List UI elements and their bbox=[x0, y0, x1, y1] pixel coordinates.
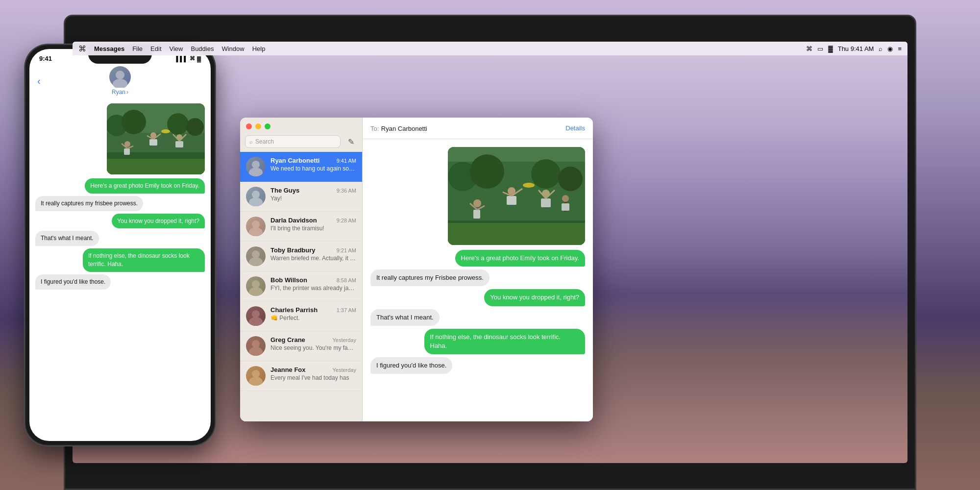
conv-name-charles: Charles Parrish bbox=[270, 306, 318, 314]
svg-point-0 bbox=[252, 161, 260, 169]
svg-point-12 bbox=[252, 340, 260, 348]
conv-content-bob: Bob Willson 8:58 AM FYI, the printer was… bbox=[270, 276, 356, 293]
svg-rect-69 bbox=[107, 159, 205, 174]
svg-point-51 bbox=[167, 113, 189, 135]
conversation-item-guys[interactable]: The Guys 9:36 AM Yay! bbox=[240, 182, 362, 212]
iphone-back-button[interactable]: ‹ bbox=[37, 75, 41, 87]
svg-point-6 bbox=[252, 250, 260, 258]
search-bar[interactable]: ⌕ Search bbox=[245, 135, 341, 148]
conv-time-greg: Yesterday bbox=[332, 337, 356, 343]
compose-button[interactable]: ✎ bbox=[344, 135, 357, 148]
svg-point-4 bbox=[252, 220, 260, 228]
iphone-message-6: I figured you'd like those. bbox=[35, 274, 111, 290]
close-button[interactable] bbox=[246, 123, 252, 129]
avatar-bob bbox=[246, 276, 266, 296]
iphone-message-3: You know you dropped it, right? bbox=[112, 214, 205, 229]
iphone-wifi-icon: ⌘ bbox=[190, 55, 195, 62]
avatar-toby bbox=[246, 246, 266, 266]
conv-time-guys: 9:36 AM bbox=[337, 188, 356, 194]
chat-area: To: Ryan Carbonetti Details bbox=[363, 118, 593, 421]
conv-content-jeanne: Jeanne Fox Yesterday Every meal I've had… bbox=[270, 366, 356, 382]
svg-point-52 bbox=[186, 118, 204, 136]
message-bubble-2: It really captures my Frisbee prowess. bbox=[370, 270, 490, 286]
iphone-frisbee-image bbox=[107, 103, 205, 174]
svg-rect-65 bbox=[175, 141, 183, 147]
conversation-item-jeanne[interactable]: Jeanne Fox Yesterday Every meal I've had… bbox=[240, 361, 362, 391]
conv-preview-bob: FYI, the printer was already jammed when… bbox=[270, 285, 356, 293]
svg-rect-42 bbox=[562, 203, 569, 211]
conv-name-jeanne: Jeanne Fox bbox=[270, 366, 306, 373]
message-bubble-4: That's what I meant. bbox=[370, 309, 440, 326]
svg-point-22 bbox=[531, 159, 561, 189]
avatar-darla bbox=[246, 217, 266, 236]
conv-time-charles: 1:37 AM bbox=[337, 307, 356, 313]
menu-bar-time: Thu 9:41 AM bbox=[838, 45, 874, 52]
siri-icon[interactable]: ◉ bbox=[887, 45, 893, 52]
menu-view[interactable]: View bbox=[170, 45, 183, 52]
message-bubble-1: Here's a great photo Emily took on Frida… bbox=[455, 250, 585, 267]
avatar-guys bbox=[246, 187, 266, 206]
iphone-contact-avatar bbox=[109, 66, 131, 88]
avatar-ryan bbox=[246, 157, 266, 176]
iphone-screen: 9:41 ▌▌▌ ⌘ ▓ ‹ bbox=[29, 49, 211, 441]
conversation-item-bob[interactable]: Bob Willson 8:58 AM FYI, the printer was… bbox=[240, 271, 362, 301]
conv-preview-greg: Nice seeing you. You're my favorite pers… bbox=[270, 344, 356, 352]
conv-time-darla: 9:28 AM bbox=[337, 218, 356, 223]
menu-window[interactable]: Window bbox=[221, 45, 244, 52]
iphone-body: 9:41 ▌▌▌ ⌘ ▓ ‹ bbox=[24, 44, 216, 446]
sidebar-header: ⌕ Search ✎ bbox=[240, 118, 362, 152]
menu-buddies[interactable]: Buddies bbox=[191, 45, 214, 52]
conversation-item-charles[interactable]: Charles Parrish 1:37 AM 👊 Perfect. bbox=[240, 301, 362, 331]
battery-icon: ▓ bbox=[828, 45, 833, 52]
conv-name-guys: The Guys bbox=[270, 187, 299, 194]
svg-rect-55 bbox=[124, 148, 130, 155]
svg-point-9 bbox=[249, 287, 263, 296]
conv-time-toby: 9:21 AM bbox=[337, 247, 356, 253]
details-link[interactable]: Details bbox=[565, 124, 585, 132]
menu-edit[interactable]: Edit bbox=[150, 45, 161, 52]
message-bubble-3: You know you dropped it, right? bbox=[484, 289, 585, 306]
svg-point-21 bbox=[470, 154, 504, 189]
iphone-message-2: It really captures my frisbee prowess. bbox=[35, 196, 143, 211]
conv-content-guys: The Guys 9:36 AM Yay! bbox=[270, 187, 356, 203]
conv-preview-charles: 👊 Perfect. bbox=[270, 315, 356, 322]
svg-point-23 bbox=[558, 167, 583, 191]
conv-name-ryan: Ryan Carbonetti bbox=[270, 157, 319, 164]
conv-header-row-greg: Greg Crane Yesterday bbox=[270, 336, 356, 343]
apple-logo-icon[interactable]: ⌘ bbox=[78, 44, 86, 53]
svg-point-15 bbox=[249, 377, 263, 386]
chat-to-section: To: Ryan Carbonetti bbox=[370, 124, 427, 133]
chat-header: To: Ryan Carbonetti Details bbox=[363, 118, 593, 139]
svg-point-44 bbox=[116, 71, 124, 79]
conv-content-darla: Darla Davidson 9:28 AM I'll bring the ti… bbox=[270, 217, 356, 233]
conversation-item-ryan[interactable]: Ryan Carbonetti 9:41 AM We need to hang … bbox=[240, 152, 362, 182]
notification-icon[interactable]: ≡ bbox=[898, 45, 902, 52]
conversation-item-greg[interactable]: Greg Crane Yesterday Nice seeing you. Yo… bbox=[240, 331, 362, 361]
svg-point-14 bbox=[252, 370, 260, 378]
message-bubble-6: I figured you'd like those. bbox=[370, 357, 452, 374]
iphone-battery-icon: ▓ bbox=[197, 56, 201, 62]
svg-point-45 bbox=[113, 79, 127, 88]
conversation-item-darla[interactable]: Darla Davidson 9:28 AM I'll bring the ti… bbox=[240, 212, 362, 242]
compose-icon: ✎ bbox=[348, 137, 354, 147]
iphone-message-1: Here's a great photo Emily took on Frida… bbox=[85, 178, 205, 194]
iphone-contact-name: Ryan › bbox=[109, 89, 131, 96]
menu-bar-right: ⌘ ▭ ▓ Thu 9:41 AM ⌕ ◉ ≡ bbox=[806, 45, 902, 52]
conv-content-greg: Greg Crane Yesterday Nice seeing you. Yo… bbox=[270, 336, 356, 352]
avatar-jeanne bbox=[246, 366, 266, 386]
minimize-button[interactable] bbox=[255, 123, 261, 129]
conversation-item-toby[interactable]: Toby Bradbury 9:21 AM Warren briefed me.… bbox=[240, 242, 362, 271]
svg-point-10 bbox=[252, 310, 260, 318]
conv-time-bob: 8:58 AM bbox=[337, 277, 356, 283]
conversation-list: Ryan Carbonetti 9:41 AM We need to hang … bbox=[240, 152, 362, 421]
sidebar: ⌕ Search ✎ Ryan Carbonetti 9 bbox=[240, 118, 363, 421]
app-name-label[interactable]: Messages bbox=[94, 45, 124, 52]
search-menu-icon[interactable]: ⌕ bbox=[879, 45, 882, 52]
maximize-button[interactable] bbox=[265, 123, 270, 129]
menu-help[interactable]: Help bbox=[252, 45, 266, 52]
svg-point-68 bbox=[161, 129, 170, 133]
conv-preview-jeanne: Every meal I've had today has bbox=[270, 374, 356, 382]
search-icon: ⌕ bbox=[249, 139, 253, 145]
menu-file[interactable]: File bbox=[132, 45, 143, 52]
iphone-frisbee-scene bbox=[107, 103, 205, 174]
